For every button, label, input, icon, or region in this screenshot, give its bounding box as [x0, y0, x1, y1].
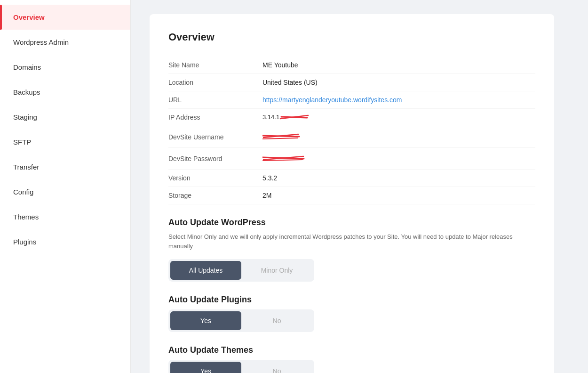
auto-update-wp-title: Auto Update WordPress: [168, 218, 535, 227]
minor-only-button[interactable]: Minor Only: [241, 261, 312, 280]
ip-scribble: 3.14.155.255 3.14.1: [262, 114, 301, 121]
version-label: Version: [168, 174, 262, 182]
field-devsite-username: DevSite Username wordify: [168, 126, 535, 148]
site-name-value: ME Youtube: [262, 61, 298, 69]
themes-no-button[interactable]: No: [241, 362, 312, 373]
sidebar-item-label: Backups: [13, 88, 40, 96]
password-scribble: passwordval: [262, 153, 305, 162]
auto-update-themes-title: Auto Update Themes: [168, 345, 535, 355]
username-scribble: wordify: [262, 131, 300, 140]
sidebar-item-label: SFTP: [13, 138, 31, 146]
sidebar-item-transfer[interactable]: Transfer: [0, 154, 130, 179]
plugins-no-button[interactable]: No: [241, 311, 312, 330]
auto-update-wp-desc: Select Minor Only and we will only apply…: [168, 232, 535, 251]
themes-yes-button[interactable]: Yes: [170, 362, 241, 373]
ip-label: IP Address: [168, 114, 262, 121]
sidebar-item-label: Staging: [13, 113, 37, 121]
sidebar-item-label: Themes: [13, 213, 39, 221]
sidebar-item-label: Config: [13, 188, 33, 196]
ip-value: 3.14.155.255 3.14.1: [262, 114, 301, 121]
url-value[interactable]: https://martyenglanderyoutube.wordifysit…: [262, 96, 402, 104]
location-value: United States (US): [262, 79, 318, 86]
auto-update-plugins-section: Auto Update Plugins Yes No: [168, 295, 535, 332]
auto-update-plugins-title: Auto Update Plugins: [168, 295, 535, 305]
sidebar-item-sftp[interactable]: SFTP: [0, 130, 130, 154]
sidebar-item-plugins[interactable]: Plugins: [0, 229, 130, 254]
main-content: Overview Site Name ME Youtube Location U…: [131, 0, 588, 373]
field-ip: IP Address 3.14.155.255 3.14.1: [168, 109, 535, 126]
url-label: URL: [168, 96, 262, 104]
sidebar-item-staging[interactable]: Staging: [0, 105, 130, 130]
version-value: 5.3.2: [262, 174, 277, 182]
field-location: Location United States (US): [168, 74, 535, 91]
site-name-label: Site Name: [168, 61, 262, 69]
sidebar-item-label: Overview: [13, 13, 45, 21]
storage-value: 2M: [262, 192, 271, 199]
devsite-password-label: DevSite Password: [168, 155, 262, 162]
devsite-username-label: DevSite Username: [168, 133, 262, 141]
sidebar-item-domains[interactable]: Domains: [0, 55, 130, 80]
overview-card: Overview Site Name ME Youtube Location U…: [150, 14, 554, 373]
auto-update-themes-section: Auto Update Themes Yes No: [168, 345, 535, 373]
devsite-username-value: wordify: [262, 131, 300, 143]
page-title: Overview: [168, 31, 535, 43]
field-version: Version 5.3.2: [168, 170, 535, 187]
auto-update-plugins-toggle: Yes No: [168, 309, 314, 332]
field-site-name: Site Name ME Youtube: [168, 57, 535, 74]
auto-update-wp-toggle: All Updates Minor Only: [168, 259, 314, 282]
storage-label: Storage: [168, 192, 262, 199]
sidebar: Overview Wordpress Admin Domains Backups…: [0, 0, 131, 373]
sidebar-item-backups[interactable]: Backups: [0, 80, 130, 105]
location-label: Location: [168, 79, 262, 86]
sidebar-item-config[interactable]: Config: [0, 179, 130, 204]
sidebar-item-label: Plugins: [13, 238, 36, 246]
sidebar-item-label: Domains: [13, 63, 41, 71]
field-storage: Storage 2M: [168, 187, 535, 204]
sidebar-item-themes[interactable]: Themes: [0, 204, 130, 229]
auto-update-themes-toggle: Yes No: [168, 360, 314, 373]
auto-update-wp-section: Auto Update WordPress Select Minor Only …: [168, 218, 535, 282]
sidebar-item-overview[interactable]: Overview: [0, 5, 130, 30]
field-devsite-password: DevSite Password passwordval: [168, 148, 535, 170]
sidebar-item-label: Wordpress Admin: [13, 38, 69, 46]
sidebar-item-wordpress-admin[interactable]: Wordpress Admin: [0, 30, 130, 55]
plugins-yes-button[interactable]: Yes: [170, 311, 241, 330]
devsite-password-value: passwordval: [262, 153, 305, 164]
sidebar-item-label: Transfer: [13, 163, 39, 171]
field-url: URL https://martyenglanderyoutube.wordif…: [168, 91, 535, 109]
all-updates-button[interactable]: All Updates: [170, 261, 241, 280]
